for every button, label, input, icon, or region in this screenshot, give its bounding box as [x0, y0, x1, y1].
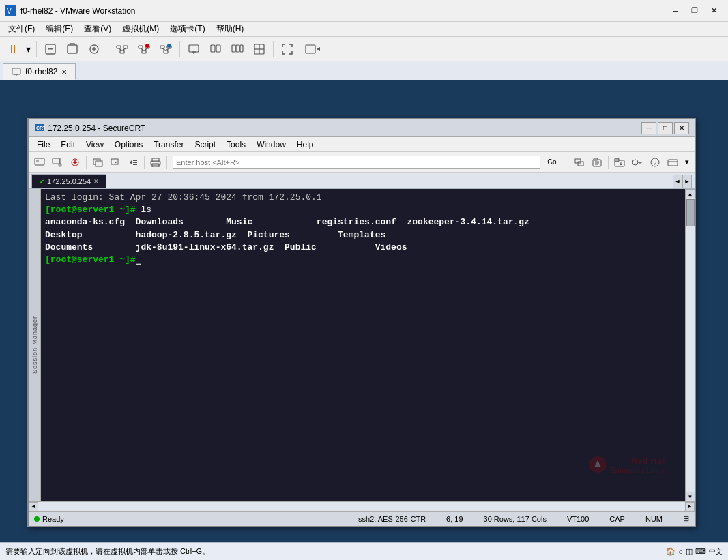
toolbar-fullscreen[interactable]: [277, 40, 297, 59]
vmware-title-text: f0-rhel82 - VMware Workstation: [20, 6, 667, 16]
bottom-icon-3[interactable]: ◫: [686, 547, 693, 556]
terminal-scrollbar: ▲ ▼: [685, 189, 695, 501]
host-input[interactable]: [173, 156, 540, 169]
securecrt-maximize[interactable]: □: [658, 122, 673, 134]
scroll-up-btn[interactable]: ▲: [686, 189, 695, 198]
sc-menu-transfer[interactable]: Transfer: [148, 138, 189, 151]
bottom-icon-4[interactable]: ⌨: [695, 547, 706, 556]
toolbar-network-1[interactable]: [112, 40, 132, 59]
svg-rect-44: [36, 160, 39, 162]
sc-toolbar-sep1: [86, 156, 87, 169]
menu-help[interactable]: 帮助(H): [211, 22, 250, 36]
securecrt-title-text: 172.25.0.254 - SecureCRT: [48, 123, 640, 133]
svg-point-18: [145, 44, 149, 48]
sc-btn-5[interactable]: [107, 155, 123, 170]
securecrt-status-bar: Ready ssh2: AES-256-CTR 6, 19 30 Rows, 1…: [29, 511, 695, 526]
toolbar-display-1[interactable]: [184, 40, 204, 59]
sc-session-tab[interactable]: ✔ 172.25.0.254 ✕: [31, 174, 106, 188]
sc-btn-6[interactable]: [125, 155, 141, 170]
close-button[interactable]: ✕: [705, 4, 723, 18]
minimize-button[interactable]: ─: [667, 4, 684, 18]
sc-tab-label: 172.25.0.254: [47, 177, 91, 186]
vmware-title-bar: V f0-rhel82 - VMware Workstation ─ ❐ ✕: [0, 0, 728, 22]
menu-vm[interactable]: 虚拟机(M): [117, 22, 164, 36]
sc-tab-navigation: ◄ ►: [673, 175, 692, 188]
pause-button-group: ⏸ ▾: [3, 40, 33, 59]
sc-btn-print[interactable]: [147, 155, 164, 170]
bottom-icon-5[interactable]: 中文: [709, 547, 723, 557]
svg-marker-37: [317, 47, 320, 51]
toolbar-btn-1[interactable]: [40, 40, 61, 59]
sc-btn-connect[interactable]: Go: [542, 155, 562, 170]
menu-view[interactable]: 查看(V): [78, 22, 117, 36]
menu-edit[interactable]: 编辑(E): [40, 22, 78, 36]
menu-file[interactable]: 文件(F): [3, 22, 40, 36]
sc-menu-window[interactable]: Window: [251, 138, 291, 151]
scroll-track[interactable]: [686, 198, 695, 492]
sep4: [273, 41, 274, 57]
toolbar-settings[interactable]: [299, 40, 326, 59]
toolbar-btn-2[interactable]: [62, 40, 83, 59]
sc-btn-2[interactable]: [49, 155, 65, 170]
sc-toolbar-sep4: [568, 156, 568, 169]
securecrt-title-bar: CRT 172.25.0.254 - SecureCRT ─ □ ✕: [29, 119, 695, 137]
securecrt-menu-bar: File Edit View Options Transfer Script T…: [29, 137, 695, 152]
svg-rect-56: [133, 164, 137, 165]
bottom-icons: 🏠 ○ ◫ ⌨ 中文: [666, 547, 723, 557]
vmware-window: V f0-rhel82 - VMware Workstation ─ ❐ ✕ 文…: [0, 0, 728, 560]
svg-point-24: [167, 44, 171, 48]
sc-btn-extra[interactable]: [665, 155, 681, 170]
sc-menu-edit[interactable]: Edit: [55, 138, 81, 151]
toolbar-btn-3[interactable]: [84, 40, 104, 59]
sc-tab-prev[interactable]: ◄: [673, 175, 682, 188]
sc-btn-paste[interactable]: [589, 155, 605, 170]
terminal-main[interactable]: Last login: Sat Apr 27 20:36:45 2024 fro…: [41, 189, 685, 501]
sep1: [36, 41, 37, 57]
sc-btn-key[interactable]: [629, 155, 645, 170]
terminal-output[interactable]: Last login: Sat Apr 27 20:36:45 2024 fro…: [41, 189, 685, 501]
hscroll-track[interactable]: [38, 502, 685, 511]
status-caps: CAP: [609, 515, 625, 523]
sc-btn-sftp[interactable]: [611, 155, 628, 170]
sc-btn-settings[interactable]: ▾: [682, 155, 692, 170]
hscroll-right-btn[interactable]: ►: [685, 502, 695, 512]
vm-tab-close[interactable]: ✕: [61, 68, 67, 76]
vm-content-area[interactable]: CRT 172.25.0.254 - SecureCRT ─ □ ✕ File …: [0, 80, 728, 542]
svg-rect-19: [164, 50, 168, 53]
pause-button[interactable]: ⏸: [3, 40, 23, 59]
svg-rect-75: [668, 160, 678, 166]
bottom-icon-2[interactable]: ○: [678, 548, 683, 556]
securecrt-minimize[interactable]: ─: [641, 122, 656, 134]
bottom-icon-1[interactable]: 🏠: [666, 547, 675, 556]
session-manager-sidebar[interactable]: Session Manager: [29, 189, 41, 501]
hscroll-left-btn[interactable]: ◄: [29, 502, 38, 512]
pause-dropdown[interactable]: ▾: [23, 40, 33, 59]
sc-btn-1[interactable]: [31, 155, 48, 170]
status-dimensions: 30 Rows, 117 Cols: [484, 515, 547, 523]
toolbar-network-2[interactable]: [134, 40, 154, 59]
sc-menu-script[interactable]: Script: [189, 138, 221, 151]
securecrt-close[interactable]: ✕: [674, 122, 689, 134]
sc-menu-file[interactable]: File: [31, 138, 55, 151]
sc-menu-view[interactable]: View: [81, 138, 109, 151]
sc-tab-close[interactable]: ✕: [93, 178, 99, 185]
tab-check-icon: ✔: [39, 178, 44, 186]
menu-tabs[interactable]: 选项卡(T): [164, 22, 210, 36]
sc-btn-help[interactable]: ?: [647, 155, 663, 170]
sc-btn-copy[interactable]: [571, 155, 587, 170]
sc-btn-4[interactable]: [89, 155, 106, 170]
scroll-down-btn[interactable]: ▼: [686, 492, 695, 501]
restore-button[interactable]: ❐: [686, 4, 703, 18]
vm-tab[interactable]: f0-rhel82 ✕: [3, 63, 76, 80]
svg-rect-32: [240, 45, 243, 52]
sc-btn-3[interactable]: [67, 155, 83, 170]
sc-menu-help[interactable]: Help: [291, 138, 319, 151]
sc-tab-next[interactable]: ►: [682, 175, 692, 188]
sc-menu-tools[interactable]: Tools: [221, 138, 251, 151]
toolbar-display-4[interactable]: [249, 40, 270, 59]
toolbar-network-3[interactable]: [156, 40, 176, 59]
scroll-thumb[interactable]: [686, 199, 695, 226]
sc-menu-options[interactable]: Options: [109, 138, 148, 151]
toolbar-display-3[interactable]: [227, 40, 248, 59]
toolbar-display-2[interactable]: [205, 40, 226, 59]
